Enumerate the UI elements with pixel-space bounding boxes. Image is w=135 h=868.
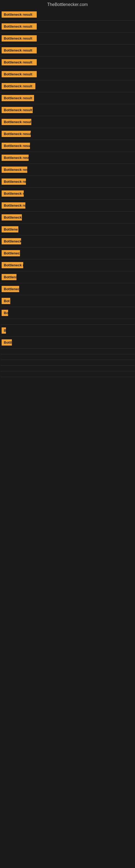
bottleneck-result-label[interactable]: Bottleneck result xyxy=(2,131,31,137)
list-item xyxy=(1,361,134,365)
bottleneck-result-label[interactable]: Bottleneck result xyxy=(2,203,26,209)
list-item: Bottleneck result xyxy=(1,81,134,91)
list-item: Bottleneck xyxy=(1,248,134,258)
list-item: Bottleneck result xyxy=(1,117,134,127)
list-item xyxy=(1,372,134,376)
bottleneck-result-label[interactable]: Bottleneck result xyxy=(2,155,29,161)
list-item: Bottleneck result xyxy=(1,200,134,211)
list-item: Bottleneck result xyxy=(1,152,134,163)
bottleneck-result-label[interactable]: Bottleneck result xyxy=(2,179,26,185)
list-item: Bottleneck result xyxy=(1,93,134,103)
list-item: Bottleneck result xyxy=(1,33,134,44)
list-item: Bottleneck re xyxy=(1,188,134,199)
list-item: Bottleneck r xyxy=(1,236,134,247)
list-item xyxy=(1,366,134,371)
bottleneck-result-label[interactable]: Bo xyxy=(2,310,8,316)
bottleneck-result-label[interactable]: Bottlene xyxy=(2,226,18,232)
list-item: Bo xyxy=(1,308,134,318)
bottleneck-result-label[interactable]: Bottl xyxy=(2,339,12,346)
bottleneck-result-label[interactable]: Bottleneck r xyxy=(2,238,21,244)
bottleneck-result-label[interactable]: Bottleneck xyxy=(2,250,20,256)
list-item: Bottleneck result xyxy=(1,45,134,56)
bottleneck-result-label[interactable]: Bottleneck result xyxy=(2,11,37,18)
bottleneck-result-label[interactable]: Bottleneck result xyxy=(2,83,35,89)
bottleneck-result-label[interactable]: Bottleneck result xyxy=(2,166,27,173)
bottleneck-result-label[interactable]: Bottleneck res xyxy=(2,262,23,268)
bottleneck-result-label[interactable]: Bottleneck result xyxy=(2,119,31,125)
list-item: Bottleneck r xyxy=(1,212,134,223)
bottleneck-result-label[interactable]: Bottleneck result xyxy=(2,71,37,77)
list-item: Bottl xyxy=(1,337,134,348)
list-item: Bottleneck result xyxy=(1,57,134,67)
bottleneck-result-label[interactable]: Bottleneck result xyxy=(2,143,30,149)
bottleneck-result-label[interactable]: Bottleneck r xyxy=(2,214,22,220)
list-item: Bottleneck result xyxy=(1,164,134,175)
list-item: Bottleneck result xyxy=(1,176,134,187)
bottleneck-result-label[interactable]: Bottleneck result xyxy=(2,59,37,65)
bottleneck-result-label[interactable]: Bot xyxy=(2,298,10,304)
list-item xyxy=(1,319,134,324)
bottleneck-result-label[interactable]: Bottlens xyxy=(2,274,16,280)
site-title: TheBottlenecker.com xyxy=(1,0,134,9)
bottleneck-result-label[interactable]: B xyxy=(2,328,6,334)
list-item: Bottleneck result xyxy=(1,21,134,32)
list-item: Bottleneck result xyxy=(1,141,134,151)
bottleneck-result-label[interactable]: Bottleneck result xyxy=(2,47,37,54)
list-item: Bottleneck result xyxy=(1,129,134,139)
bottleneck-result-label[interactable]: Bottleneck re xyxy=(2,190,24,197)
list-item: B xyxy=(1,325,134,336)
list-item: Bottleneck result xyxy=(1,105,134,115)
list-item: Bottlene xyxy=(1,224,134,235)
bottleneck-result-label[interactable]: Bottleneck xyxy=(2,286,19,292)
list-item: Bottleneck result xyxy=(1,9,134,20)
list-item: Bottlens xyxy=(1,272,134,282)
bottleneck-result-label[interactable]: Bottleneck result xyxy=(2,35,37,41)
bottleneck-result-label[interactable]: Bottleneck result xyxy=(2,107,33,113)
list-item: Bot xyxy=(1,296,134,306)
list-item: Bottleneck res xyxy=(1,260,134,271)
list-item: Bottleneck result xyxy=(1,69,134,80)
list-item xyxy=(1,349,134,353)
list-item: Bottleneck xyxy=(1,284,134,294)
list-item xyxy=(1,355,134,359)
bottleneck-result-label[interactable]: Bottleneck result xyxy=(2,95,34,101)
bottleneck-result-label[interactable]: Bottleneck result xyxy=(2,23,37,30)
